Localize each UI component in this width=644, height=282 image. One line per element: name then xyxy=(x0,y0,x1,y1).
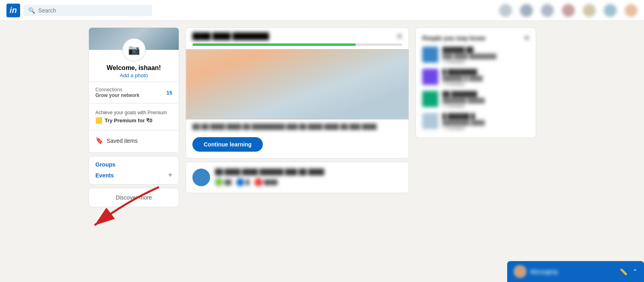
reaction-blue-circle: 💙 xyxy=(236,178,244,186)
feed-card-1-header: ████ ████ ████████ ✕ xyxy=(186,28,409,43)
discover-more-card[interactable]: Discover more xyxy=(89,188,179,207)
premium-label: Achieve your goals with Premium xyxy=(95,110,172,115)
bookmark-icon: 🔖 xyxy=(95,137,103,144)
groups-link[interactable]: Groups xyxy=(95,161,172,168)
person-3-name: ██ ███████ xyxy=(442,91,529,97)
messaging-user-avatar xyxy=(514,265,526,278)
profile-divider-2 xyxy=(89,103,179,103)
person-1-avatar xyxy=(422,47,438,63)
nav-avatar-7 xyxy=(625,4,638,17)
messaging-label: Messaging xyxy=(530,269,615,275)
nav-avatar-6 xyxy=(604,4,617,17)
feed-card-2-reactions: 👍 ██ 💙 █ ❤️ ████ xyxy=(215,178,402,186)
reaction-red-count: ████ xyxy=(264,179,278,185)
feed-card-1-description: ██ ██ ████ ████ ██ █████████ ███ ██ ████… xyxy=(186,119,409,134)
person-2-avatar xyxy=(422,69,438,85)
messaging-action-icons: ✏️ ⌃ xyxy=(619,268,638,276)
messaging-bar[interactable]: Messaging ✏️ ⌃ xyxy=(507,261,644,282)
reaction-blue-count: █ xyxy=(246,179,250,185)
connections-label: Connections xyxy=(95,87,139,93)
feed-progress-fill xyxy=(192,43,356,46)
person-1-action[interactable]: + Connect xyxy=(442,59,529,65)
connections-sublabel: Grow your network xyxy=(95,93,139,98)
person-4-action[interactable]: + Connect xyxy=(442,126,529,131)
linkedin-logo[interactable]: in xyxy=(6,4,20,17)
search-bar-container[interactable]: 🔍 xyxy=(23,5,152,16)
continue-learning-button[interactable]: Continue learning xyxy=(192,137,263,152)
right-card-people-list: ██████ ██ ███ ████ ████████ + Connect █ … xyxy=(422,47,529,131)
right-card-header: People you may know ✕ xyxy=(422,34,529,42)
person-2-text: █ ████████ ██████ █ ████ + Connect xyxy=(442,69,529,87)
camera-icon: 📷 xyxy=(128,44,140,56)
messaging-chevron-icon[interactable]: ⌃ xyxy=(632,268,638,276)
feed-card-1-title: ████ ████ ████████ xyxy=(192,33,269,40)
feed-card-1-action: Continue learning xyxy=(186,134,409,158)
premium-cta-text: Try Premium for ₹0 xyxy=(105,117,153,124)
reaction-green-count: ██ xyxy=(225,179,231,185)
feed-card-1-image xyxy=(186,49,409,119)
feed-progress-bar xyxy=(192,43,402,46)
discover-more-label[interactable]: Discover more xyxy=(116,194,152,201)
nav-avatar-2 xyxy=(520,4,533,17)
groups-events-card: Groups Events + xyxy=(89,156,179,185)
left-sidebar: 📷 Welcome, ishaan! Add a photo Connectio… xyxy=(89,27,179,207)
saved-items-label: Saved items xyxy=(107,138,138,144)
feed-card-2-content: ██ ████ ████ ██████ ███ ██ ████ 👍 ██ 💙 █… xyxy=(215,169,402,186)
add-event-button[interactable]: + xyxy=(168,171,172,179)
person-1-name: ██████ ██ xyxy=(442,47,529,53)
events-link[interactable]: Events xyxy=(95,172,114,179)
right-card-person-2: █ ████████ ██████ █ ████ + Connect xyxy=(422,69,529,87)
right-card-close-icon[interactable]: ✕ xyxy=(524,34,529,42)
person-3-sub: ███████ █████ xyxy=(442,98,529,103)
connections-stat[interactable]: Connections Grow your network 15 xyxy=(89,85,179,100)
messaging-edit-icon[interactable]: ✏️ xyxy=(619,268,627,276)
person-2-action[interactable]: + Connect xyxy=(442,81,529,87)
connections-count: 15 xyxy=(167,90,172,96)
right-sidebar: People you may know ✕ ██████ ██ ███ ████… xyxy=(415,27,536,207)
search-input[interactable] xyxy=(38,7,147,14)
person-3-action[interactable]: + Connect xyxy=(442,103,529,109)
profile-avatar: 📷 xyxy=(123,39,145,61)
premium-section: Achieve your goals with Premium 🟨 Try Pr… xyxy=(89,107,179,127)
reaction-red: ❤️ ████ xyxy=(254,178,278,186)
person-1-text: ██████ ██ ███ ████ ████████ + Connect xyxy=(442,47,529,65)
saved-items-link[interactable]: 🔖 Saved items xyxy=(89,134,179,148)
profile-divider-3 xyxy=(89,130,179,130)
person-3-text: ██ ███████ ███████ █████ + Connect xyxy=(442,91,529,109)
profile-welcome-text: Welcome, ishaan! xyxy=(89,64,179,72)
feed-card-1: ████ ████ ████████ ✕ ██ ██ ████ ████ ██ … xyxy=(186,27,409,158)
feed-card-1-desc-text: ██ ██ ████ ████ ██ █████████ ███ ██ ████… xyxy=(192,123,402,131)
add-photo-link[interactable]: Add a photo xyxy=(89,72,179,78)
nav-avatar-4 xyxy=(562,4,575,17)
reaction-green: 👍 ██ xyxy=(215,178,231,186)
nav-avatar-5 xyxy=(583,4,596,17)
profile-card: 📷 Welcome, ishaan! Add a photo Connectio… xyxy=(89,27,179,153)
feed-area: ████ ████ ████████ ✕ ██ ██ ████ ████ ██ … xyxy=(186,27,409,207)
reaction-red-circle: ❤️ xyxy=(254,178,262,186)
person-4-name: █ ██████ █ xyxy=(442,113,529,119)
top-navigation: in 🔍 xyxy=(0,0,644,21)
right-card-title: People you may know xyxy=(422,35,485,41)
feed-card-2-row: ██ ████ ████ ██████ ███ ██ ████ 👍 ██ 💙 █… xyxy=(192,169,402,186)
right-card-person-1: ██████ ██ ███ ████ ████████ + Connect xyxy=(422,47,529,65)
premium-cta-button[interactable]: 🟨 Try Premium for ₹0 xyxy=(95,117,172,124)
person-4-text: █ ██████ █ ████████ ████ + Connect xyxy=(442,113,529,131)
nav-avatar-3 xyxy=(541,4,554,17)
search-icon: 🔍 xyxy=(28,7,35,14)
right-card-person-3: ██ ███████ ███████ █████ + Connect xyxy=(422,91,529,109)
premium-emoji-icon: 🟨 xyxy=(95,117,102,124)
reaction-blue: 💙 █ xyxy=(236,178,250,186)
feed-card-2-title: ██ ████ ████ ██████ ███ ██ ████ xyxy=(215,169,402,175)
person-4-sub: ████████ ████ xyxy=(442,120,529,126)
feed-card-2-avatar xyxy=(192,169,210,186)
profile-avatar-wrap: 📷 xyxy=(89,39,179,61)
profile-divider-1 xyxy=(89,82,179,82)
person-1-sub: ███ ████ ████████ xyxy=(442,54,529,59)
feed-card-2: ██ ████ ████ ██████ ███ ██ ████ 👍 ██ 💙 █… xyxy=(186,162,409,193)
person-2-sub: ██████ █ ████ xyxy=(442,76,529,81)
feed-card-1-close-icon[interactable]: ✕ xyxy=(397,33,402,40)
nav-avatar-1 xyxy=(499,4,512,17)
nav-icons-right xyxy=(499,4,638,17)
person-2-name: █ ████████ xyxy=(442,69,529,75)
reaction-green-circle: 👍 xyxy=(215,178,223,186)
